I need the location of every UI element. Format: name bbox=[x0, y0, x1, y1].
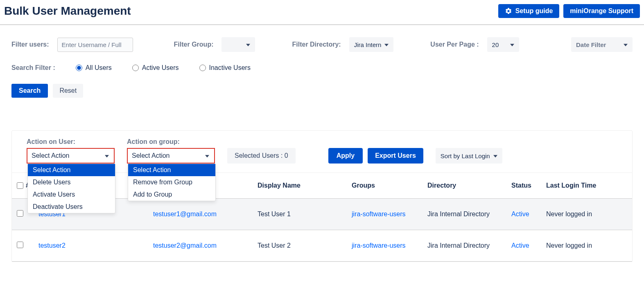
cell-last-login: Never logged in bbox=[542, 230, 632, 262]
select-all-checkbox[interactable] bbox=[17, 182, 23, 189]
cell-directory: Jira Internal Directory bbox=[423, 230, 507, 262]
radio-inactive-users[interactable]: Inactive Users bbox=[199, 64, 251, 72]
support-button[interactable]: miniOrange Support bbox=[563, 4, 640, 18]
search-button[interactable]: Search bbox=[11, 84, 48, 98]
user-menu-item-delete[interactable]: Delete Users bbox=[28, 176, 115, 188]
col-display: Display Name bbox=[253, 173, 348, 199]
radio-all-users[interactable]: All Users bbox=[76, 64, 112, 72]
filter-users-label: Filter users: bbox=[11, 41, 49, 48]
radio-active-users[interactable]: Active Users bbox=[132, 64, 179, 72]
col-groups: Groups bbox=[348, 173, 423, 199]
cell-display: Test User 2 bbox=[253, 230, 348, 262]
radio-all-input[interactable] bbox=[76, 65, 82, 71]
row-checkbox[interactable] bbox=[17, 210, 23, 217]
radio-inactive-input[interactable] bbox=[199, 65, 206, 71]
radio-active-input[interactable] bbox=[132, 65, 139, 71]
filter-users-input[interactable] bbox=[57, 38, 133, 52]
action-user-label: Action on User: bbox=[27, 138, 115, 146]
date-filter-select[interactable]: Date Filter bbox=[571, 37, 633, 52]
action-group-label: Action on group: bbox=[127, 138, 215, 146]
group-menu-item-remove[interactable]: Remove from Group bbox=[128, 176, 215, 188]
filter-directory-select[interactable]: Jira Intern bbox=[349, 37, 394, 52]
action-group-select[interactable]: Select Action Select Action Remove from … bbox=[127, 148, 215, 164]
setup-guide-button[interactable]: Setup guide bbox=[498, 4, 560, 18]
cell-email[interactable]: testuser2@gmail.com bbox=[153, 242, 217, 249]
cell-status[interactable]: Active bbox=[511, 211, 529, 217]
selected-users-count: Selected Users : 0 bbox=[227, 148, 296, 164]
cell-email[interactable]: testuser1@gmail.com bbox=[153, 211, 217, 217]
per-page-label: User Per Page : bbox=[430, 41, 479, 48]
table-row: testuser2 testuser2@gmail.com Test User … bbox=[12, 230, 632, 262]
reset-button[interactable]: Reset bbox=[53, 84, 83, 98]
export-users-button[interactable]: Export Users bbox=[368, 148, 423, 164]
radio-active-label: Active Users bbox=[142, 64, 179, 72]
apply-button[interactable]: Apply bbox=[328, 148, 363, 164]
gear-icon bbox=[505, 7, 512, 15]
filter-group-select[interactable] bbox=[221, 37, 255, 52]
action-group-dropdown: Select Action Remove from Group Add to G… bbox=[128, 164, 216, 201]
filter-directory-label: Filter Directory: bbox=[292, 41, 341, 48]
support-label: miniOrange Support bbox=[570, 7, 633, 15]
cell-groups[interactable]: jira-software-users bbox=[352, 242, 406, 249]
group-menu-item-select[interactable]: Select Action bbox=[128, 164, 215, 176]
sort-select[interactable]: Sort by Last Login bbox=[436, 148, 502, 164]
col-directory: Directory bbox=[423, 173, 507, 199]
cell-status[interactable]: Active bbox=[511, 242, 529, 249]
setup-guide-label: Setup guide bbox=[515, 7, 553, 15]
radio-inactive-label: Inactive Users bbox=[209, 64, 251, 72]
row-checkbox[interactable] bbox=[17, 242, 23, 248]
cell-display: Test User 1 bbox=[253, 199, 348, 230]
page-title: Bulk User Management bbox=[4, 4, 131, 18]
cell-last-login: Never logged in bbox=[542, 199, 632, 230]
action-user-dropdown: Select Action Delete Users Activate User… bbox=[27, 164, 115, 213]
user-menu-item-activate[interactable]: Activate Users bbox=[28, 188, 115, 201]
filter-group-label: Filter Group: bbox=[174, 41, 214, 48]
user-menu-item-deactivate[interactable]: Deactivate Users bbox=[28, 201, 115, 213]
radio-all-label: All Users bbox=[86, 64, 112, 72]
per-page-select[interactable]: 20 bbox=[487, 37, 519, 52]
cell-directory: Jira Internal Directory bbox=[423, 199, 507, 230]
action-user-select[interactable]: Select Action Select Action Delete Users… bbox=[27, 148, 115, 164]
search-filter-label: Search Filter : bbox=[11, 64, 55, 72]
group-menu-item-add[interactable]: Add to Group bbox=[128, 188, 215, 201]
user-menu-item-select[interactable]: Select Action bbox=[28, 164, 115, 176]
col-last-login: Last Login Time bbox=[542, 173, 632, 199]
col-status: Status bbox=[507, 173, 542, 199]
cell-groups[interactable]: jira-software-users bbox=[352, 211, 406, 217]
cell-username[interactable]: testuser2 bbox=[38, 242, 66, 249]
